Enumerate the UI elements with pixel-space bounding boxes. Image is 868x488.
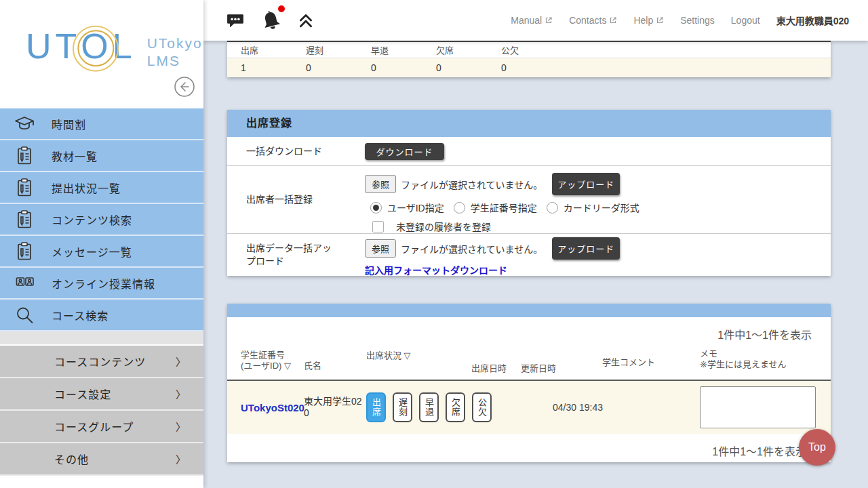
list-header-bar xyxy=(227,304,831,317)
logout-link[interactable]: Logout xyxy=(731,15,760,26)
late-count: 0 xyxy=(306,62,371,73)
sidebar-item-course-search[interactable]: コース検索 xyxy=(0,300,203,331)
clipboard-icon xyxy=(14,177,35,199)
sidebar-item-course-contents[interactable]: コースコンテンツ 〉 xyxy=(0,346,203,378)
sidebar: UTOL UTokyo LMS 時間割 xyxy=(0,0,203,488)
register-unregistered-checkbox[interactable] xyxy=(372,221,384,232)
graduation-cap-icon xyxy=(14,113,35,135)
col-absent: 欠席 xyxy=(436,43,501,56)
radio-card-reader-format-label: カードリーダ形式 xyxy=(564,201,639,214)
col-memo: メモ ※学生には見えません xyxy=(700,348,787,370)
topbar: Manual Contacts Help Settings Logout 東大用… xyxy=(203,0,868,41)
external-link-icon xyxy=(545,16,553,24)
sidebar-course-menu: コースコンテンツ 〉 コース設定 〉 コースグループ 〉 その他 〉 xyxy=(0,346,203,476)
panel-title: 出席登録 xyxy=(227,110,831,137)
sidebar-item-label: コース検索 xyxy=(52,307,108,323)
sidebar-item-label: コンテンツ検索 xyxy=(52,211,132,228)
sidebar-item-course-group[interactable]: コースグループ 〉 xyxy=(0,411,203,443)
messages-icon[interactable] xyxy=(225,10,245,30)
upload-button[interactable]: アップロード xyxy=(552,237,620,260)
notifications-bell-icon[interactable] xyxy=(259,8,283,33)
col-attendance: 出席 xyxy=(241,43,306,56)
sidebar-item-course-settings[interactable]: コース設定 〉 xyxy=(0,378,203,411)
logo-subtitle: UTokyo LMS xyxy=(147,35,203,70)
sidebar-item-materials[interactable]: 教材一覧 xyxy=(0,140,203,172)
col-student-id[interactable]: 学生証番号 (ユーザID) ▽ xyxy=(241,350,291,371)
status-button-excused[interactable]: 公欠 xyxy=(472,392,492,422)
attendance-data-upload-row: 出席データ一括アップロード 参照 ファイルが選択されていません。 アップロード … xyxy=(227,233,831,276)
bulk-download-row: 一括ダウンロード ダウンロード xyxy=(227,137,831,165)
clipboard-icon xyxy=(14,145,35,167)
radio-user-id-label: ユーザID指定 xyxy=(387,201,444,214)
radio-card-reader-format[interactable] xyxy=(547,202,558,214)
file-status-text: ファイルが選択されていません。 xyxy=(401,178,542,191)
col-early-leave: 早退 xyxy=(371,43,436,56)
attendee-bulk-register-row: 出席者一括登録 参照 ファイルが選択されていません。 アップロード ユーザID指… xyxy=(227,165,831,233)
col-attendance-status[interactable]: 出席状況 ▽ xyxy=(366,350,411,361)
contacts-link[interactable]: Contacts xyxy=(569,15,617,26)
absent-count: 0 xyxy=(436,62,501,73)
col-name: 氏名 xyxy=(304,361,321,371)
sidebar-item-label: 教材一覧 xyxy=(52,148,98,164)
browse-file-button[interactable]: 参照 xyxy=(365,239,396,258)
col-student-comment: 学生コメント xyxy=(602,357,655,368)
utol-logo: UTOL UTokyo LMS xyxy=(26,27,203,70)
logo-area: UTOL UTokyo LMS xyxy=(0,0,203,108)
back-arrow-icon xyxy=(174,76,195,98)
early-leave-count: 0 xyxy=(371,62,436,73)
memo-textarea[interactable] xyxy=(700,386,816,428)
help-link[interactable]: Help xyxy=(633,15,664,26)
status-button-late[interactable]: 遅刻 xyxy=(393,392,412,422)
search-icon xyxy=(14,304,35,326)
download-button[interactable]: ダウンロード xyxy=(365,143,444,160)
attendance-data-upload-label: 出席データ一括アップロード xyxy=(246,242,334,268)
sidebar-item-messages[interactable]: メッセージ一覧 xyxy=(0,236,203,268)
main-content: 出席 遅刻 早退 欠席 公欠 1 0 0 0 0 出席登録 一括ダウンロード ダ… xyxy=(203,41,868,488)
sidebar-item-timetable[interactable]: 時間割 xyxy=(0,108,203,140)
student-row: UTokyoSt020 東大用学生020 出席 遅刻 早退 欠席 公欠 04/3… xyxy=(227,381,831,434)
chevron-right-icon: 〉 xyxy=(176,452,186,466)
settings-link[interactable]: Settings xyxy=(680,15,715,26)
summary-header-row: 出席 遅刻 早退 欠席 公欠 xyxy=(227,41,831,58)
sidebar-collapse-button[interactable] xyxy=(174,76,195,98)
upload-button[interactable]: アップロード xyxy=(552,173,620,195)
scroll-to-top-button[interactable]: Top xyxy=(799,429,835,466)
notification-badge xyxy=(278,5,285,12)
bulk-download-label: 一括ダウンロード xyxy=(246,145,322,158)
student-name: 東大用学生020 xyxy=(304,396,363,419)
chevron-right-icon: 〉 xyxy=(176,420,186,434)
username: 東大用教職員020 xyxy=(776,14,849,27)
sidebar-item-label: オンライン授業情報 xyxy=(52,275,155,291)
sidebar-item-content-search[interactable]: コンテンツ検索 xyxy=(0,204,203,236)
chevron-right-icon: 〉 xyxy=(176,387,186,401)
status-button-early-leave[interactable]: 早退 xyxy=(419,392,439,422)
status-button-absent[interactable]: 欠席 xyxy=(446,392,465,422)
chevron-right-icon: 〉 xyxy=(176,354,186,369)
status-button-group: 出席 遅刻 早退 欠席 公欠 xyxy=(366,392,492,422)
external-link-icon xyxy=(656,16,664,24)
summary-value-row: 1 0 0 0 0 xyxy=(227,58,831,77)
external-link-icon xyxy=(609,16,617,24)
update-time-value: 04/30 19:43 xyxy=(553,402,603,413)
sidebar-item-label: 提出状況一覧 xyxy=(52,180,121,196)
sidebar-item-others[interactable]: その他 〉 xyxy=(0,443,203,476)
record-count-top: 1件中1〜1件を表示 xyxy=(227,317,831,342)
radio-user-id[interactable] xyxy=(370,202,382,214)
manual-link[interactable]: Manual xyxy=(511,15,553,26)
sidebar-item-submission-status[interactable]: 提出状況一覧 xyxy=(0,172,203,204)
radio-student-card-number[interactable] xyxy=(454,202,465,214)
student-id-link[interactable]: UTokyoSt020 xyxy=(241,402,304,413)
collapse-up-icon[interactable] xyxy=(297,12,315,29)
list-header-row: 学生証番号 (ユーザID) ▽ 氏名 出席状況 ▽ 出席日時 更新日時 学生コメ… xyxy=(227,342,831,381)
sidebar-item-label: メッセージ一覧 xyxy=(52,243,132,260)
attendance-summary-table: 出席 遅刻 早退 欠席 公欠 1 0 0 0 0 xyxy=(227,41,831,77)
clipboard-icon xyxy=(14,241,35,262)
excused-count: 0 xyxy=(501,62,566,73)
attendance-list-panel: 1件中1〜1件を表示 学生証番号 (ユーザID) ▽ 氏名 出席状況 ▽ 出席日… xyxy=(227,304,831,462)
format-download-link[interactable]: 記入用フォーマットダウンロード xyxy=(365,263,507,277)
browse-file-button[interactable]: 参照 xyxy=(365,175,396,193)
status-button-present[interactable]: 出席 xyxy=(366,392,386,422)
sidebar-item-online-class-info[interactable]: オンライン授業情報 xyxy=(0,268,203,300)
radio-student-card-number-label: 学生証番号指定 xyxy=(471,201,537,214)
sidebar-main-menu: 時間割 教材一覧 提出状況一覧 xyxy=(0,108,203,331)
